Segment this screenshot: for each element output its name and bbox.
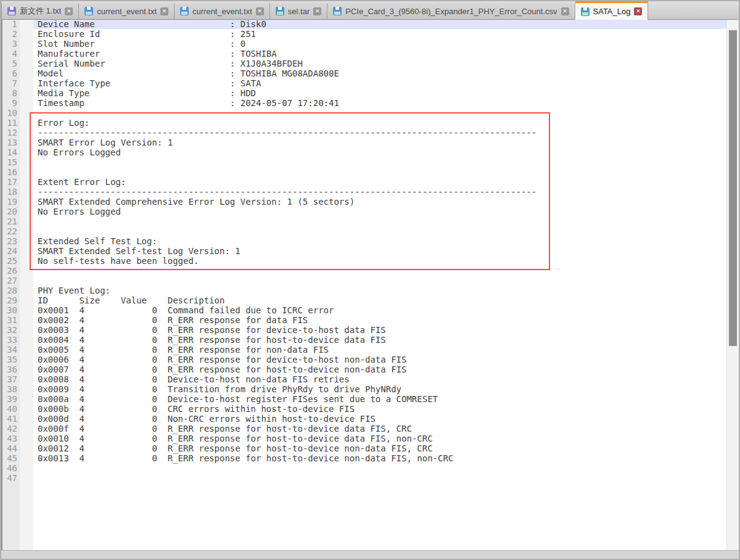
close-icon[interactable]: ✕ [634, 7, 642, 15]
tab-1-txt[interactable]: 新文件 1.txt✕ [1, 3, 79, 19]
line-number: 35 [1, 355, 20, 364]
close-icon[interactable]: ✕ [65, 7, 73, 15]
text-line: 0x0006 4 0 R_ERR response for device-to-… [33, 355, 726, 364]
line-number: 5 [1, 59, 20, 68]
text-line: 0x0009 4 0 Transition from drive PhyRdy … [33, 384, 726, 394]
line-number: 17 [1, 177, 20, 187]
line-number: 25 [1, 256, 20, 266]
vertical-scrollbar[interactable] [726, 19, 739, 551]
tab-current-event-txt[interactable]: current_event.txt✕ [79, 3, 175, 19]
line-number: 38 [1, 384, 20, 394]
text-line: 0x000f 4 0 R_ERR response for host-to-de… [33, 424, 726, 434]
text-line: SMART Extended Self-test Log Version: 1 [33, 246, 726, 256]
tab-label: current_event.txt [192, 7, 252, 16]
tab-label: 新文件 1.txt [20, 6, 61, 17]
line-number: 34 [1, 345, 20, 355]
line-number: 36 [1, 364, 20, 374]
line-number: 47 [1, 473, 20, 483]
line-number: 39 [1, 394, 20, 404]
text-line: SMART Error Log Version: 1 [33, 138, 726, 147]
text-line: Interface Type : SATA [33, 78, 726, 88]
line-number: 6 [1, 68, 20, 78]
close-icon[interactable]: ✕ [561, 7, 569, 15]
line-number: 41 [1, 414, 20, 424]
text-line: No Errors Logged [33, 207, 726, 216]
text-line: SMART Extended Comprehensive Error Log V… [33, 197, 726, 207]
floppy-icon [333, 7, 342, 15]
line-number: 42 [1, 424, 20, 434]
line-number: 8 [1, 88, 20, 98]
close-icon[interactable]: ✕ [256, 7, 264, 15]
bottom-bar [1, 550, 739, 559]
line-number: 29 [1, 295, 20, 305]
editor-area: 1234567891011121314151617181920212223242… [1, 19, 739, 551]
text-line: Media Type : HDD [33, 88, 726, 98]
text-line [33, 266, 726, 276]
tab-sel-tar[interactable]: sel.tar✕ [270, 3, 327, 19]
floppy-icon [7, 7, 16, 15]
text-line: 0x0002 4 0 R_ERR response for data FIS [33, 315, 726, 325]
line-number: 23 [1, 236, 20, 246]
text-line: Extended Self Test Log: [33, 236, 726, 246]
text-line: 0x000d 4 0 Non-CRC errors within host-to… [33, 414, 726, 424]
close-icon[interactable]: ✕ [313, 7, 321, 15]
line-number: 20 [1, 207, 20, 216]
text-line: 0x0013 4 0 R_ERR response for host-to-de… [33, 453, 726, 463]
tab-label: current_event.txt [97, 7, 157, 16]
floppy-icon [276, 7, 284, 15]
text-line: Slot Number : 0 [33, 39, 726, 49]
text-line: 0x0012 4 0 R_ERR response for host-to-de… [33, 443, 726, 453]
line-number: 13 [1, 138, 20, 147]
line-number: 21 [1, 216, 20, 226]
line-number: 18 [1, 187, 20, 197]
line-number: 46 [1, 463, 20, 473]
text-line: 0x0003 4 0 R_ERR response for device-to-… [33, 325, 726, 335]
line-number: 28 [1, 286, 20, 295]
floppy-icon [180, 7, 189, 15]
close-icon[interactable]: ✕ [160, 7, 168, 15]
line-number: 32 [1, 325, 20, 335]
line-number: 16 [1, 167, 20, 177]
tab-sata-log[interactable]: SATA_Log✕ [575, 1, 649, 20]
text-line [33, 473, 726, 483]
line-number: 7 [1, 78, 20, 88]
line-number: 45 [1, 453, 20, 463]
text-line: 0x0007 4 0 R_ERR response for host-to-de… [33, 364, 726, 374]
text-line: Extent Error Log: [33, 177, 726, 187]
text-line [33, 276, 726, 286]
text-line: Manufacturer : TOSHIBA [33, 49, 726, 59]
text-line: Error Log: [33, 118, 726, 128]
tab-current-event-txt[interactable]: current_event.txt✕ [175, 3, 270, 19]
text-line: ID Size Value Description [33, 295, 726, 305]
line-number: 14 [1, 147, 20, 157]
text-line: Enclosure Id : 251 [33, 29, 726, 39]
text-line: 0x000b 4 0 CRC errors within host-to-dev… [33, 404, 726, 414]
line-number: 40 [1, 404, 20, 414]
text-line [33, 108, 726, 118]
text-line: 0x000a 4 0 Device-to-host register FISes… [33, 394, 726, 404]
text-content[interactable]: Device Name : Disk0Enclosure Id : 251Slo… [33, 19, 726, 551]
line-number: 9 [1, 98, 20, 108]
line-number: 27 [1, 276, 20, 286]
line-number: 11 [1, 118, 20, 128]
text-line [33, 167, 726, 177]
tab-pcie-card-3-9560-8i-expander1-phy-error-[interactable]: PCIe_Card_3_(9560-8i)_Expander1_PHY_Erro… [327, 3, 575, 19]
line-number: 22 [1, 226, 20, 236]
line-number: 30 [1, 305, 20, 315]
line-number: 10 [1, 108, 20, 118]
scrollbar-thumb[interactable] [729, 30, 737, 346]
text-line: 0x0008 4 0 Device-to-host non-data FIS r… [33, 374, 726, 384]
tab-label: PCIe_Card_3_(9560-8i)_Expander1_PHY_Erro… [345, 7, 557, 16]
line-number: 4 [1, 49, 20, 59]
line-number: 15 [1, 157, 20, 167]
line-number: 31 [1, 315, 20, 325]
text-line [33, 157, 726, 167]
line-number: 26 [1, 266, 20, 276]
text-line: ----------------------------------------… [33, 187, 726, 197]
tab-label: sel.tar [288, 7, 310, 16]
text-line: Timestamp : 2024-05-07 17:20:41 [33, 98, 726, 108]
text-line: 0x0005 4 0 R_ERR response for non-data F… [33, 345, 726, 355]
line-number: 1 [1, 19, 20, 29]
text-line: 0x0010 4 0 R_ERR response for host-to-de… [33, 434, 726, 443]
line-number: 24 [1, 246, 20, 256]
